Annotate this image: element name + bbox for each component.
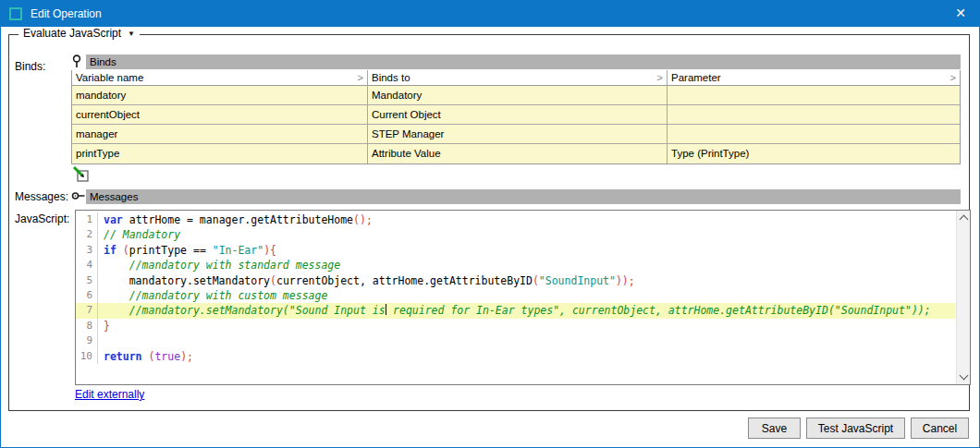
code-line[interactable]: 6 //mandatory with custom message bbox=[76, 288, 955, 303]
table-cell[interactable] bbox=[668, 86, 960, 105]
table-row[interactable]: mandatoryMandatory bbox=[72, 86, 960, 105]
code-line[interactable]: 3if (printType == "In-Ear"){ bbox=[76, 243, 955, 258]
binds-table: Variable name>Binds to>Parameter> mandat… bbox=[71, 70, 961, 164]
column-header[interactable]: Binds to> bbox=[368, 70, 668, 86]
line-number: 4 bbox=[76, 258, 98, 272]
chevron-down-icon: ▼ bbox=[128, 30, 135, 38]
sort-chevron-icon[interactable]: > bbox=[657, 70, 663, 85]
scroll-down-icon[interactable] bbox=[960, 371, 969, 381]
table-cell[interactable] bbox=[668, 105, 960, 125]
messages-section-header: Messages bbox=[71, 188, 961, 204]
line-number: 2 bbox=[76, 227, 98, 242]
column-header[interactable]: Variable name> bbox=[72, 70, 368, 86]
code-text: //mandatory with custom message bbox=[98, 288, 327, 303]
code-text: return (true); bbox=[98, 349, 193, 364]
code-text bbox=[98, 333, 104, 348]
code-text: if (printType == "In-Ear"){ bbox=[98, 243, 276, 258]
table-cell[interactable] bbox=[668, 125, 960, 144]
edit-operation-dialog: Edit Operation ✕ Evaluate JavaScript ▼ B… bbox=[0, 0, 980, 448]
javascript-code-editor[interactable]: 1var attrHome = manager.getAttributeHome… bbox=[75, 210, 971, 385]
messages-field-label: Messages: bbox=[15, 190, 68, 203]
edit-binds-icon[interactable] bbox=[72, 165, 91, 184]
table-row[interactable]: managerSTEP Manager bbox=[72, 125, 960, 144]
key-icon bbox=[71, 189, 86, 204]
code-lines: 1var attrHome = manager.getAttributeHome… bbox=[76, 212, 955, 364]
binds-field-label: Binds: bbox=[15, 60, 45, 73]
code-line[interactable]: 1var attrHome = manager.getAttributeHome… bbox=[76, 212, 955, 227]
table-cell[interactable]: Mandatory bbox=[368, 86, 668, 105]
javascript-field-label: JavaScript: bbox=[15, 212, 69, 225]
code-text: } bbox=[98, 319, 110, 333]
table-cell[interactable]: STEP Manager bbox=[368, 125, 668, 144]
scroll-up-icon[interactable] bbox=[960, 215, 969, 224]
code-line-current[interactable]: 7 //mandatory.setMandatory("Sound Input … bbox=[76, 303, 955, 318]
code-line[interactable]: 4 //mandatory with standard message bbox=[76, 258, 955, 272]
table-cell[interactable]: Type (PrintType) bbox=[668, 144, 960, 163]
column-header[interactable]: Parameter> bbox=[668, 70, 960, 86]
table-cell[interactable]: manager bbox=[72, 125, 368, 144]
code-text: var attrHome = manager.getAttributeHome(… bbox=[98, 212, 373, 227]
line-number: 1 bbox=[76, 212, 98, 227]
save-button[interactable]: Save bbox=[748, 418, 801, 439]
code-text: //mandatory with standard message bbox=[98, 258, 340, 272]
table-cell[interactable]: Current Object bbox=[368, 105, 668, 125]
table-row[interactable]: printTypeAttribute ValueType (PrintType) bbox=[72, 144, 960, 163]
code-line[interactable]: 8} bbox=[76, 319, 955, 333]
code-line[interactable]: 5 mandatory.setMandatory(currentObject, … bbox=[76, 273, 955, 288]
operation-type-label: Evaluate JavaScript bbox=[23, 27, 121, 40]
code-line[interactable]: 2// Mandatory bbox=[76, 227, 955, 242]
title-bar: Edit Operation ✕ bbox=[1, 1, 979, 27]
window-icon bbox=[9, 7, 22, 20]
operation-type-dropdown[interactable]: Evaluate JavaScript ▼ bbox=[18, 27, 140, 40]
operation-groupbox: Evaluate JavaScript ▼ Binds: Binds Varia… bbox=[8, 34, 970, 411]
line-number: 3 bbox=[76, 243, 98, 258]
sort-chevron-icon[interactable]: > bbox=[358, 70, 363, 85]
table-cell[interactable]: printType bbox=[72, 144, 368, 163]
code-text: //mandatory.setMandatory("Sound Input is… bbox=[98, 303, 931, 318]
binds-section-header: Binds bbox=[71, 54, 961, 69]
line-number: 7 bbox=[76, 303, 98, 318]
binds-section-title[interactable]: Binds bbox=[86, 54, 961, 69]
sort-chevron-icon[interactable]: > bbox=[950, 70, 956, 85]
binds-table-header: Variable name>Binds to>Parameter> bbox=[72, 70, 960, 86]
edit-externally-link[interactable]: Edit externally bbox=[75, 388, 144, 401]
window-title: Edit Operation bbox=[31, 7, 102, 20]
pin-icon bbox=[71, 54, 86, 69]
line-number: 5 bbox=[76, 273, 98, 288]
close-icon[interactable]: ✕ bbox=[942, 1, 979, 27]
code-line[interactable]: 9 bbox=[76, 333, 955, 348]
line-number: 10 bbox=[76, 349, 98, 364]
line-number: 9 bbox=[76, 333, 98, 348]
messages-section-title[interactable]: Messages bbox=[86, 189, 961, 204]
code-line[interactable]: 10return (true); bbox=[76, 349, 955, 364]
editor-vertical-scrollbar[interactable] bbox=[956, 211, 970, 384]
code-text: mandatory.setMandatory(currentObject, at… bbox=[98, 273, 635, 288]
line-number: 6 bbox=[76, 288, 98, 303]
binds-table-body: mandatoryMandatorycurrentObjectCurrent O… bbox=[72, 86, 960, 163]
cancel-button[interactable]: Cancel bbox=[911, 418, 969, 439]
code-text: // Mandatory bbox=[98, 227, 180, 242]
table-cell[interactable]: mandatory bbox=[72, 86, 368, 105]
table-cell[interactable]: Attribute Value bbox=[368, 144, 668, 163]
line-number: 8 bbox=[76, 319, 98, 333]
test-javascript-button[interactable]: Test JavaScript bbox=[806, 418, 905, 439]
table-cell[interactable]: currentObject bbox=[72, 105, 368, 125]
table-row[interactable]: currentObjectCurrent Object bbox=[72, 105, 960, 125]
